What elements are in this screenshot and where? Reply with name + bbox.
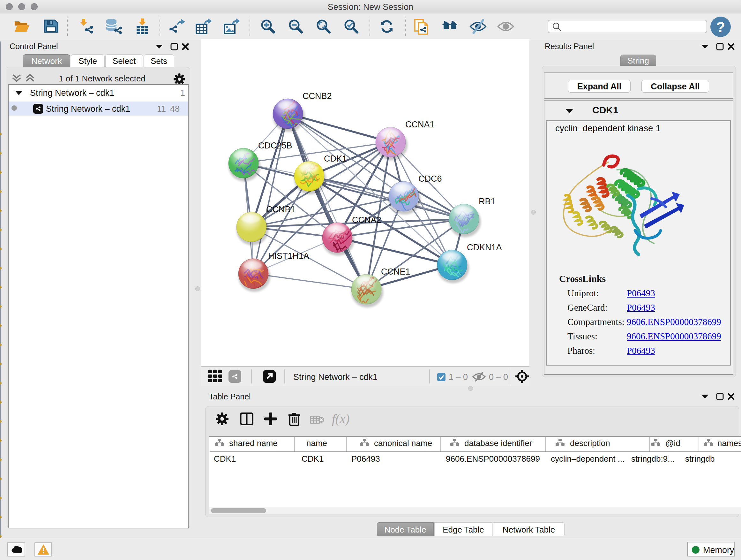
svg-text:CCNA1: CCNA1 (405, 120, 434, 129)
svg-text:CDKN1A: CDKN1A (467, 243, 502, 252)
svg-text:RB1: RB1 (479, 197, 495, 206)
svg-text:CDK1: CDK1 (324, 154, 347, 164)
svg-text:CCNB2: CCNB2 (302, 91, 332, 101)
svg-text:HIST1H1A: HIST1H1A (268, 251, 309, 261)
svg-text:CDC25B: CDC25B (258, 141, 292, 150)
svg-text:CCNB1: CCNB1 (266, 205, 295, 214)
svg-text:CDC6: CDC6 (418, 174, 442, 184)
svg-text:CCNE1: CCNE1 (381, 267, 410, 276)
svg-text:CCNA2: CCNA2 (352, 215, 381, 225)
